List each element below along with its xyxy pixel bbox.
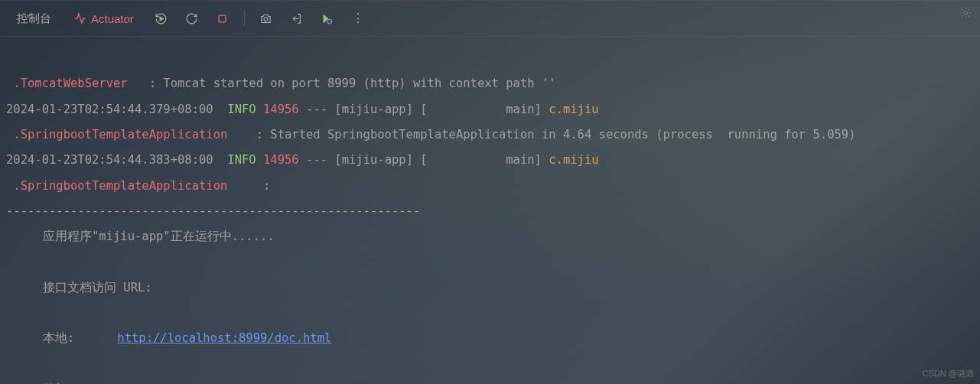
log-text (227, 179, 263, 193)
debug-icon[interactable] (317, 8, 338, 29)
stop-icon[interactable] (212, 8, 233, 29)
log-text (299, 103, 306, 116)
expand-icon[interactable] (959, 6, 972, 23)
log-text (256, 153, 263, 167)
log-colon: : (263, 179, 270, 193)
watermark: CSDN @谜酒 (923, 368, 974, 379)
actuator-tab[interactable]: Actuator (63, 8, 145, 30)
toolbar: 控制台 Actuator (0, 0, 980, 37)
log-class: .TomcatWebServer (13, 76, 127, 90)
local-url-link[interactable]: http://localhost:8999/doc.html (117, 331, 331, 345)
exit-icon[interactable] (286, 8, 308, 29)
api-doc-label: 接口文档访问 URL: (43, 281, 152, 295)
log-text (128, 76, 149, 90)
log-text (299, 153, 306, 167)
log-text (213, 103, 228, 116)
console-output: .TomcatWebServer : Tomcat started on por… (0, 37, 980, 384)
log-class: .SpringbootTemplateApplication (13, 179, 227, 193)
divider (244, 11, 245, 26)
log-pid: 14956 (263, 153, 299, 167)
log-msg: : Started SpringbootTemplateApplication … (256, 128, 856, 142)
log-thread: --- [mijiu-app] [ main] (306, 153, 549, 167)
log-text (213, 153, 228, 167)
log-thread: --- [mijiu-app] [ main] (306, 103, 549, 116)
log-text (6, 76, 13, 90)
rerun-failed-icon[interactable] (181, 8, 203, 29)
local-label: 本地: (43, 331, 74, 345)
log-text (6, 179, 13, 193)
actuator-icon (74, 12, 86, 24)
log-pid: 14956 (263, 103, 299, 116)
svg-point-3 (264, 17, 268, 21)
actuator-label: Actuator (91, 12, 134, 25)
console-tab[interactable]: 控制台 (8, 7, 60, 31)
log-class: .SpringbootTemplateApplication (13, 128, 227, 142)
log-level: INFO (227, 153, 256, 167)
svg-point-0 (964, 11, 968, 15)
log-logger: c.mijiu (549, 153, 598, 167)
log-text (256, 103, 263, 116)
log-timestamp: 2024-01-23T02:54:44.379+08:00 (6, 103, 213, 116)
more-icon[interactable]: ⋮ (347, 8, 369, 29)
log-msg: : Tomcat started on port 8999 (http) wit… (149, 76, 556, 90)
svg-rect-2 (220, 15, 226, 22)
log-dashes: ----------------------------------------… (6, 204, 420, 218)
log-text (227, 128, 256, 142)
log-text (6, 128, 13, 142)
svg-marker-1 (160, 17, 163, 20)
camera-icon[interactable] (256, 8, 277, 29)
log-text (74, 331, 117, 345)
log-logger: c.mijiu (549, 103, 598, 116)
log-timestamp: 2024-01-23T02:54:44.383+08:00 (6, 153, 213, 167)
log-level: INFO (227, 103, 256, 116)
rerun-icon[interactable] (151, 8, 172, 29)
app-running-text: 应用程序"mijiu-app"正在运行中...... (43, 229, 275, 243)
